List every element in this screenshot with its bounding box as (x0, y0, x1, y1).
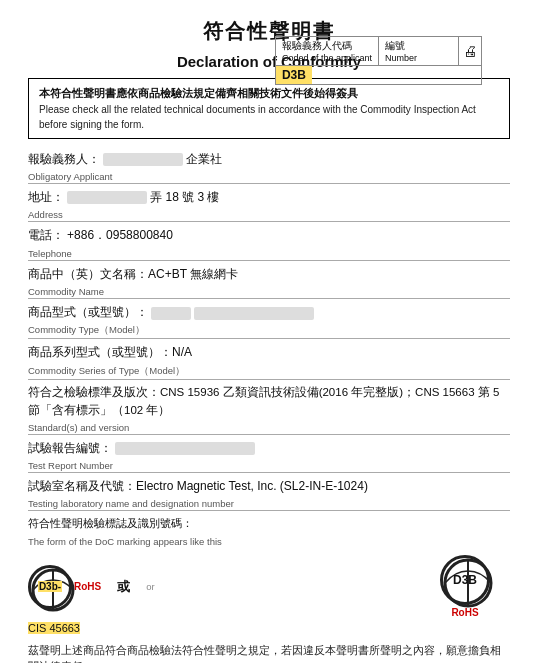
telephone-label: 電話： (28, 228, 64, 242)
notice-zh: 本符合性聲明書應依商品檢驗法規定備齊相關技術文件後始得簽具 (39, 85, 499, 102)
telephone-value: +886．0958800840 (67, 228, 173, 242)
number-label: 編號 Number (379, 37, 459, 65)
notice-en: Please check all the related technical d… (39, 102, 499, 132)
doc-mark-2-wrap: D3B RoHS (440, 555, 490, 618)
obligatory-applicant-label: 報驗義務人： (28, 152, 100, 166)
standards-row: 符合之檢驗標準及版次：CNS 15936 乙類資訊技術設備(2016 年完整版)… (28, 383, 510, 420)
obligatory-applicant-redacted (103, 153, 183, 166)
address-row: 地址： 弄 18 號 3 樓 (28, 187, 510, 207)
standards-label: 符合之檢驗標準及版次：CNS 15936 乙類資訊技術設備(2016 年完整版)… (28, 386, 499, 416)
mark2-id: D3B (453, 573, 477, 587)
commodity-type-redacted (151, 307, 191, 320)
address-label: 地址： (28, 190, 64, 204)
notice-box: 本符合性聲明書應依商品檢驗法規定備齊相關技術文件後始得簽具 Please che… (28, 78, 510, 139)
obligatory-applicant-suffix: 企業社 (186, 152, 222, 166)
or-text: 或 (117, 578, 130, 596)
commodity-series-row: 商品系列型式（或型號）：N/A (28, 342, 510, 362)
applicant-code-value: D3B (276, 66, 312, 84)
mark1-id: D3b- (38, 581, 62, 592)
marking-label-en: The form of the DoC marking appears like… (28, 536, 222, 547)
code-label-zh: 報驗義務人代碼 (282, 39, 372, 53)
test-report-en: Test Report Number (28, 460, 510, 471)
test-report-redacted (115, 442, 255, 455)
commodity-type-label: 商品型式（或型號）： (28, 305, 148, 319)
marking-row: D3b- RoHS 或 or (28, 555, 510, 618)
cis-number: CIS 45663 (28, 622, 80, 634)
commodity-type-row: 商品型式（或型號）： (28, 302, 510, 322)
lab-name-label: 試驗室名稱及代號：Electro Magnetic Test, Inc. (SL… (28, 479, 368, 493)
marking-label-row: 符合性聲明檢驗標誌及識別號碼： (28, 514, 510, 533)
lab-name-row: 試驗室名稱及代號：Electro Magnetic Test, Inc. (SL… (28, 476, 510, 496)
commodity-name-label: 商品中（英）文名稱：AC+BT 無線網卡 (28, 267, 238, 281)
applicant-code-label: 報驗義務人代碼 Coded of the applicant (276, 37, 379, 65)
commodity-name-row: 商品中（英）文名稱：AC+BT 無線網卡 (28, 264, 510, 284)
number-value (312, 66, 324, 84)
code-label-en: Coded of the applicant (282, 53, 372, 63)
mark2-rohs: RoHS (451, 607, 478, 618)
telephone-row: 電話： +886．0958800840 (28, 225, 510, 245)
applicant-code-box: 報驗義務人代碼 Coded of the applicant 編號 Number… (275, 36, 482, 85)
obligatory-applicant-en: Obligatory Applicant (28, 171, 510, 182)
telephone-en: Telephone (28, 248, 510, 259)
lab-name-en: Testing laboratory name and designation … (28, 498, 510, 509)
address-suffix: 弄 18 號 3 樓 (150, 190, 219, 204)
mark1-circle: D3b- (28, 565, 72, 609)
or-en: or (146, 581, 154, 592)
number-label-zh: 編號 (385, 39, 452, 53)
test-report-row: 試驗報告編號： (28, 438, 510, 458)
cis-number-row: CIS 45663 (28, 622, 510, 634)
number-label-en: Number (385, 53, 452, 63)
standards-en: Standard(s) and version (28, 422, 510, 433)
declaration-text: 茲聲明上述商品符合商品檢驗法符合性聲明之規定，若因違反本聲明書所聲明之內容，願意… (28, 642, 510, 663)
commodity-type-en: Commodity Type（Model） (28, 324, 510, 337)
commodity-series-label: 商品系列型式（或型號）：N/A (28, 345, 192, 359)
commodity-name-en: Commodity Name (28, 286, 510, 297)
address-en: Address (28, 209, 510, 220)
marking-label-zh: 符合性聲明檢驗標誌及識別號碼： (28, 517, 193, 529)
test-report-label: 試驗報告編號： (28, 441, 112, 455)
commodity-type-redacted2 (194, 307, 314, 320)
mark2-circle: D3B (440, 555, 490, 605)
declaration-zh: 茲聲明上述商品符合商品檢驗法符合性聲明之規定，若因違反本聲明書所聲明之內容，願意… (28, 642, 510, 663)
commodity-series-en: Commodity Series of Type（Model） (28, 365, 510, 378)
doc-mark-1: D3b- RoHS (28, 565, 101, 609)
mark1-rohs: RoHS (74, 581, 101, 592)
obligatory-applicant-row: 報驗義務人： 企業社 (28, 149, 510, 169)
address-redacted (67, 191, 147, 204)
printer-icon[interactable]: 🖨 (459, 37, 481, 65)
doc-mark-2: D3B RoHS (440, 555, 490, 618)
